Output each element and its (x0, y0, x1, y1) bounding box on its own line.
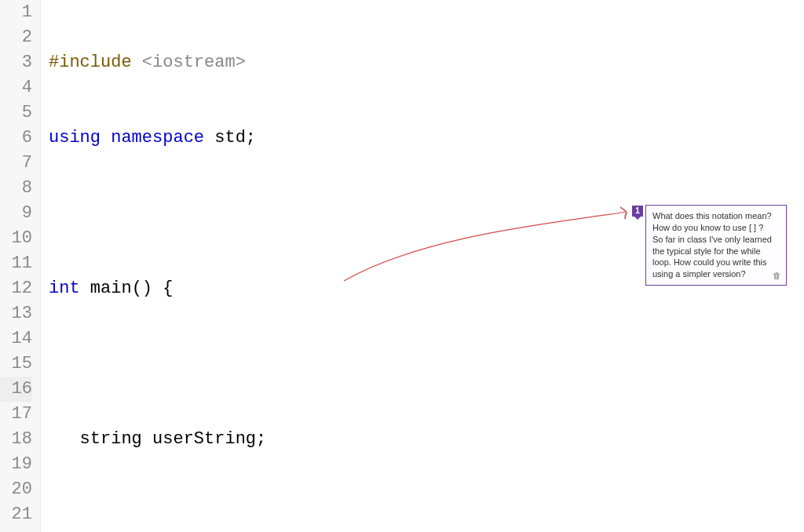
identifier: std (214, 128, 246, 148)
code-line[interactable]: using namespace std; (49, 126, 804, 151)
comment-box[interactable]: What does this notation mean? How do you… (645, 205, 787, 286)
line-number: 19 (0, 452, 32, 477)
line-number: 6 (0, 126, 32, 151)
keyword: namespace (111, 128, 204, 148)
line-number: 1 (0, 0, 32, 25)
identifier: userString (152, 429, 256, 449)
line-number: 4 (0, 75, 32, 100)
line-number: 21 (0, 502, 32, 527)
line-number: 18 (0, 427, 32, 452)
code-line[interactable]: string userString; (49, 427, 804, 452)
keyword: using (49, 128, 100, 148)
line-number: 11 (0, 251, 32, 276)
preprocessor: #include (49, 53, 132, 72)
line-number: 12 (0, 276, 32, 301)
code-line[interactable] (49, 352, 804, 377)
line-number: 17 (0, 402, 32, 427)
comment-badge-count: 1 (635, 206, 640, 215)
code-line[interactable]: #include <iostream> (49, 50, 804, 75)
line-number: 14 (0, 326, 32, 352)
type: string (80, 429, 142, 449)
line-number: 16 (0, 377, 32, 402)
line-number: 13 (0, 301, 32, 326)
line-number: 3 (0, 50, 32, 75)
line-number: 8 (0, 176, 32, 201)
line-number: 2 (0, 25, 32, 50)
punct: ; (256, 429, 266, 449)
parens: () (132, 279, 152, 298)
line-number: 9 (0, 201, 32, 226)
line-number: 7 (0, 151, 32, 176)
include-target: <iostream> (142, 53, 246, 72)
line-number: 10 (0, 226, 32, 251)
comment-badge[interactable]: 1 (632, 206, 643, 217)
comment-text: What does this notation mean? How do you… (652, 211, 774, 279)
function-name: main (90, 279, 132, 298)
code-line[interactable] (49, 502, 804, 527)
brace: { (163, 279, 173, 298)
line-number: 20 (0, 477, 32, 502)
trash-icon[interactable]: 🗑 (773, 270, 781, 282)
line-number-gutter: 1 2 3 4 5 6 7 8 9 10 11 12 13 14 15 16 1… (0, 0, 41, 532)
punct: ; (246, 128, 256, 148)
line-number: 5 (0, 100, 32, 126)
type: int (49, 279, 80, 298)
line-number: 15 (0, 352, 32, 377)
